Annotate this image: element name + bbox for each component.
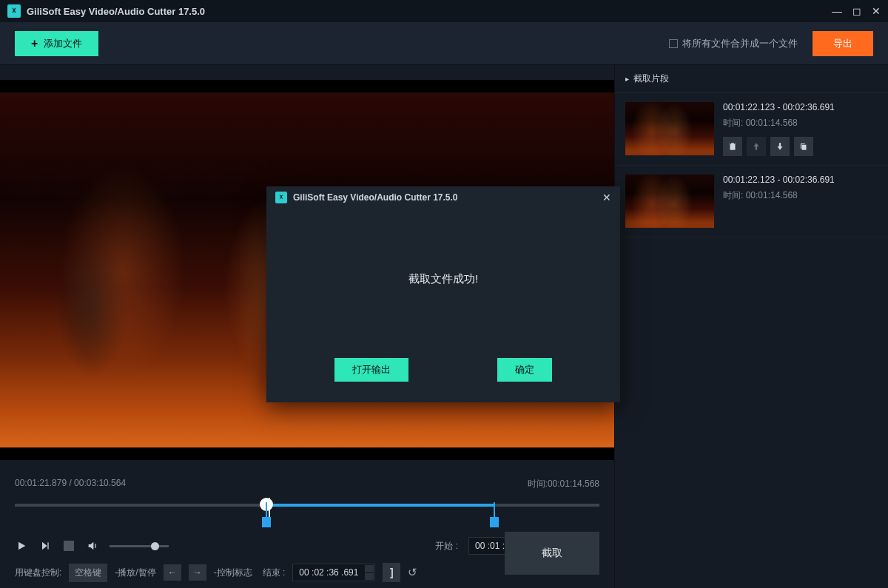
toolbar: + 添加文件 将所有文件合并成一个文件 导出 bbox=[0, 22, 888, 65]
title-bar: GiliSoft Easy Video/Audio Cutter 17.5.0 … bbox=[0, 0, 888, 22]
segment-item[interactable]: 00:01:22.123 - 00:02:36.691 时间: 00:01:14… bbox=[615, 93, 888, 166]
play-segment-button[interactable] bbox=[38, 539, 52, 552]
minimize-button[interactable]: ― bbox=[832, 6, 842, 16]
end-time-input[interactable] bbox=[292, 564, 375, 581]
range-end-handle[interactable] bbox=[490, 517, 499, 527]
dialog-close-button[interactable]: ✕ bbox=[602, 192, 611, 203]
timeline-track[interactable] bbox=[15, 495, 599, 524]
start-label: 开始 : bbox=[435, 540, 458, 552]
merge-checkbox[interactable]: 将所有文件合并成一个文件 bbox=[669, 37, 798, 50]
export-button[interactable]: 导出 bbox=[813, 31, 873, 56]
plus-icon: + bbox=[31, 37, 38, 50]
segments-header-label: 截取片段 bbox=[633, 72, 669, 85]
success-dialog: GiliSoft Easy Video/Audio Cutter 17.5.0 … bbox=[266, 186, 620, 402]
add-file-label: 添加文件 bbox=[44, 37, 82, 50]
cut-button[interactable]: 截取 bbox=[505, 532, 599, 575]
segments-header[interactable]: ▸ 截取片段 bbox=[615, 65, 888, 93]
dialog-message: 截取文件成功! bbox=[266, 209, 620, 286]
hint-right-key: → bbox=[189, 564, 206, 581]
move-down-button[interactable] bbox=[770, 137, 790, 156]
segment-thumb bbox=[625, 175, 714, 228]
reset-end-button[interactable]: ↺ bbox=[408, 566, 417, 579]
delete-segment-button[interactable] bbox=[723, 137, 742, 156]
app-icon bbox=[7, 4, 21, 18]
segment-duration: 时间: 00:01:14.568 bbox=[723, 117, 878, 129]
app-icon bbox=[275, 192, 287, 203]
hint-play: -播放/暂停 bbox=[115, 567, 155, 579]
segment-range: 00:01:22.123 - 00:02:36.691 bbox=[723, 175, 878, 185]
hint-mark: -控制标志 bbox=[214, 567, 252, 579]
merge-label: 将所有文件合并成一个文件 bbox=[682, 37, 798, 50]
maximize-button[interactable]: ◻ bbox=[852, 6, 861, 16]
open-output-button[interactable]: 打开输出 bbox=[334, 358, 408, 382]
range-start-handle[interactable] bbox=[262, 517, 271, 527]
volume-icon[interactable] bbox=[86, 539, 99, 552]
close-button[interactable]: ✕ bbox=[872, 6, 881, 16]
play-button[interactable] bbox=[15, 539, 28, 552]
hint-space: 空格键 bbox=[69, 564, 107, 582]
volume-slider[interactable] bbox=[110, 545, 169, 547]
position-total: 00:01:21.879 / 00:03:10.564 bbox=[15, 478, 126, 490]
ok-button[interactable]: 确定 bbox=[497, 358, 552, 382]
checkbox-icon bbox=[669, 39, 678, 48]
selection-duration: 时间:00:01:14.568 bbox=[528, 478, 599, 490]
hint-left-key: ← bbox=[164, 564, 181, 581]
copy-segment-button[interactable] bbox=[794, 137, 813, 156]
segment-item[interactable]: 00:01:22.123 - 00:02:36.691 时间: 00:01:14… bbox=[615, 166, 888, 237]
segments-panel: ▸ 截取片段 00:01:22.123 - 00:02:36.691 时间: 0… bbox=[614, 65, 888, 588]
end-spinner[interactable] bbox=[365, 565, 374, 580]
timeline-panel: 00:01:21.879 / 00:03:10.564 时间:00:01:14.… bbox=[0, 467, 614, 588]
segment-duration: 时间: 00:01:14.568 bbox=[723, 189, 878, 202]
svg-rect-0 bbox=[47, 542, 48, 549]
segment-range: 00:01:22.123 - 00:02:36.691 bbox=[723, 102, 878, 112]
add-file-button[interactable]: + 添加文件 bbox=[15, 31, 98, 56]
move-up-button[interactable] bbox=[747, 137, 766, 156]
segment-thumb bbox=[625, 102, 714, 155]
end-label: 结束 : bbox=[263, 567, 286, 579]
set-end-button[interactable]: ] bbox=[383, 563, 400, 582]
hint-prefix: 用键盘控制: bbox=[15, 567, 61, 579]
dialog-title: GiliSoft Easy Video/Audio Cutter 17.5.0 bbox=[293, 192, 602, 203]
chevron-right-icon: ▸ bbox=[625, 75, 629, 83]
stop-button[interactable] bbox=[62, 539, 75, 552]
app-title: GiliSoft Easy Video/Audio Cutter 17.5.0 bbox=[27, 6, 832, 17]
